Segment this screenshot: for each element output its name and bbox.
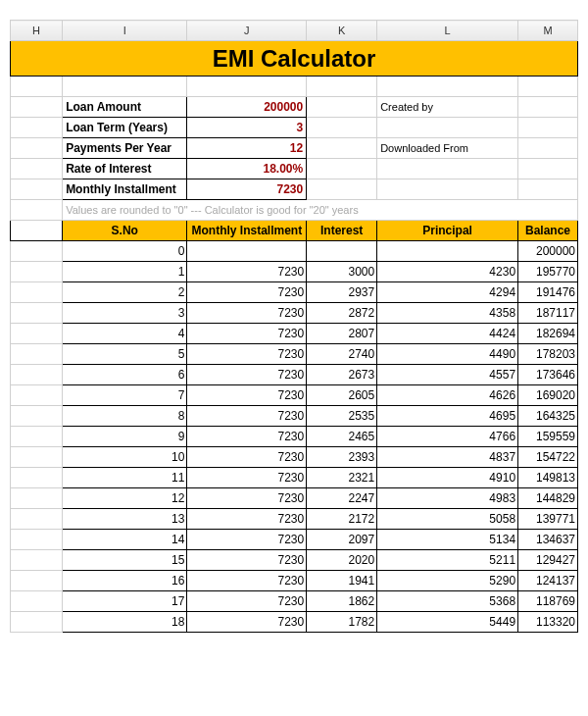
cell-monthly[interactable]: 7230 [187,530,307,550]
note-text[interactable]: Values are rounded to "0" --- Calculator… [63,200,578,221]
cell-balance[interactable]: 159559 [518,427,578,447]
cell-sno[interactable]: 3 [63,303,187,324]
cell-sno[interactable]: 4 [63,324,187,344]
cell-sno[interactable]: 0 [63,241,187,262]
col-header-i[interactable]: I [63,21,187,41]
rate-value[interactable]: 18.00% [187,159,307,179]
cell-interest[interactable]: 1862 [307,591,377,612]
rate-label[interactable]: Rate of Interest [63,159,187,179]
cell-principal[interactable]: 4424 [377,324,518,344]
header-sno[interactable]: S.No [63,221,187,241]
cell-balance[interactable]: 144829 [518,488,578,509]
cell-interest[interactable]: 2535 [307,406,377,427]
monthly-installment-value[interactable]: 7230 [187,179,307,200]
header-interest[interactable]: Interest [307,221,377,241]
loan-term-label[interactable]: Loan Term (Years) [63,118,187,138]
cell-principal[interactable]: 4626 [377,385,518,406]
cell-principal[interactable]: 4294 [377,282,518,303]
cell-monthly[interactable]: 7230 [187,509,307,530]
cell-principal[interactable]: 5134 [377,530,518,550]
cell-monthly[interactable] [187,241,307,262]
cell-principal[interactable]: 5211 [377,550,518,571]
col-header-l[interactable]: L [377,21,518,41]
cell-principal[interactable]: 5058 [377,509,518,530]
cell-monthly[interactable]: 7230 [187,365,307,385]
cell-monthly[interactable]: 7230 [187,282,307,303]
col-header-j[interactable]: J [187,21,307,41]
cell-balance[interactable]: 118769 [518,591,578,612]
cell-sno[interactable]: 10 [63,447,187,468]
cell-monthly[interactable]: 7230 [187,468,307,488]
cell-balance[interactable]: 191476 [518,282,578,303]
cell-principal[interactable]: 4230 [377,262,518,282]
monthly-installment-label[interactable]: Monthly Installment [63,179,187,200]
cell-interest[interactable]: 2172 [307,509,377,530]
cell-balance[interactable]: 178203 [518,344,578,365]
loan-amount-label[interactable]: Loan Amount [63,97,187,118]
cell-sno[interactable]: 18 [63,612,187,633]
cell-sno[interactable]: 5 [63,344,187,365]
col-header-k[interactable]: K [307,21,377,41]
cell-monthly[interactable]: 7230 [187,324,307,344]
cell-monthly[interactable]: 7230 [187,488,307,509]
cell-balance[interactable]: 195770 [518,262,578,282]
cell-interest[interactable]: 1941 [307,571,377,591]
cell-balance[interactable]: 182694 [518,324,578,344]
cell-sno[interactable]: 6 [63,365,187,385]
loan-amount-value[interactable]: 200000 [187,97,307,118]
cell-principal[interactable]: 4910 [377,468,518,488]
header-balance[interactable]: Balance [518,221,578,241]
cell-sno[interactable]: 16 [63,571,187,591]
cell-principal[interactable]: 4557 [377,365,518,385]
cell-principal[interactable]: 5449 [377,612,518,633]
cell-interest[interactable]: 3000 [307,262,377,282]
col-header-m[interactable]: M [518,21,578,41]
header-monthly[interactable]: Monthly Installment [187,221,307,241]
cell-interest[interactable]: 2020 [307,550,377,571]
cell-balance[interactable]: 164325 [518,406,578,427]
cell-monthly[interactable]: 7230 [187,427,307,447]
col-header-h[interactable]: H [11,21,63,41]
cell-balance[interactable]: 187117 [518,303,578,324]
cell-interest[interactable]: 2872 [307,303,377,324]
cell-balance[interactable]: 134637 [518,530,578,550]
cell-interest[interactable]: 2465 [307,427,377,447]
header-principal[interactable]: Principal [377,221,518,241]
cell-balance[interactable]: 200000 [518,241,578,262]
cell-interest[interactable]: 2807 [307,324,377,344]
cell-monthly[interactable]: 7230 [187,406,307,427]
cell-monthly[interactable]: 7230 [187,571,307,591]
cell-sno[interactable]: 11 [63,468,187,488]
cell-interest[interactable] [307,241,377,262]
cell-sno[interactable]: 2 [63,282,187,303]
cell-monthly[interactable]: 7230 [187,591,307,612]
cell-balance[interactable]: 139771 [518,509,578,530]
cell-interest[interactable]: 2605 [307,385,377,406]
cell-interest[interactable]: 2740 [307,344,377,365]
cell-sno[interactable]: 15 [63,550,187,571]
cell-sno[interactable]: 12 [63,488,187,509]
spreadsheet-grid[interactable]: H I J K L M EMI Calculator Loan Amount 2… [10,20,578,633]
cell-interest[interactable]: 2097 [307,530,377,550]
cell-principal[interactable]: 4983 [377,488,518,509]
cell-interest[interactable]: 2393 [307,447,377,468]
cell-monthly[interactable]: 7230 [187,447,307,468]
loan-term-value[interactable]: 3 [187,118,307,138]
cell-balance[interactable]: 149813 [518,468,578,488]
cell-principal[interactable]: 4766 [377,427,518,447]
cell-balance[interactable]: 154722 [518,447,578,468]
cell-monthly[interactable]: 7230 [187,612,307,633]
cell-interest[interactable]: 2673 [307,365,377,385]
cell-principal[interactable]: 5290 [377,571,518,591]
cell-sno[interactable]: 17 [63,591,187,612]
cell-balance[interactable]: 124137 [518,571,578,591]
cell-balance[interactable]: 113320 [518,612,578,633]
cell-interest[interactable]: 1782 [307,612,377,633]
cell-principal[interactable]: 4490 [377,344,518,365]
cell-monthly[interactable]: 7230 [187,344,307,365]
cell-monthly[interactable]: 7230 [187,303,307,324]
cell-balance[interactable]: 129427 [518,550,578,571]
cell-sno[interactable]: 1 [63,262,187,282]
cell-sno[interactable]: 14 [63,530,187,550]
cell-principal[interactable]: 4695 [377,406,518,427]
